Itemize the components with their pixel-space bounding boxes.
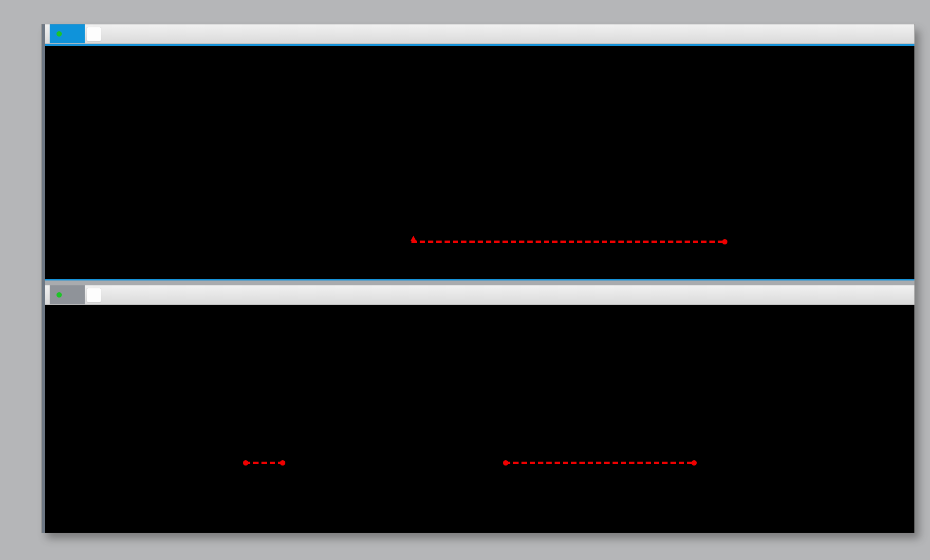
annotation-dot-icon <box>722 239 727 244</box>
tab-scroll-arrows[interactable] <box>903 285 908 304</box>
annotation-dot-icon <box>503 460 508 466</box>
tab-session-bottom[interactable] <box>50 285 85 304</box>
session-status-dot <box>56 31 62 37</box>
new-tab-button[interactable] <box>87 27 101 41</box>
top-terminal[interactable] <box>45 46 914 280</box>
terminal-window <box>42 24 914 533</box>
annotation-process-underline <box>505 462 695 464</box>
tab-scroll-arrows[interactable] <box>903 24 908 43</box>
new-tab-button[interactable] <box>87 288 101 302</box>
annotation-dot-icon <box>280 460 285 466</box>
annotation-dot-icon <box>691 460 697 466</box>
session-status-dot <box>56 292 62 298</box>
tab-session-top[interactable] <box>50 24 85 43</box>
annotation-res-underline <box>245 462 283 464</box>
bottom-tab-bar <box>45 285 914 305</box>
htop-terminal[interactable] <box>45 305 914 532</box>
top-tab-bar <box>45 24 914 44</box>
pane-separator <box>45 280 914 285</box>
annotation-arrow-icon <box>410 236 416 241</box>
desktop <box>0 0 930 560</box>
annotation-dot-icon <box>243 460 248 466</box>
annotation-command-underline <box>411 241 725 243</box>
